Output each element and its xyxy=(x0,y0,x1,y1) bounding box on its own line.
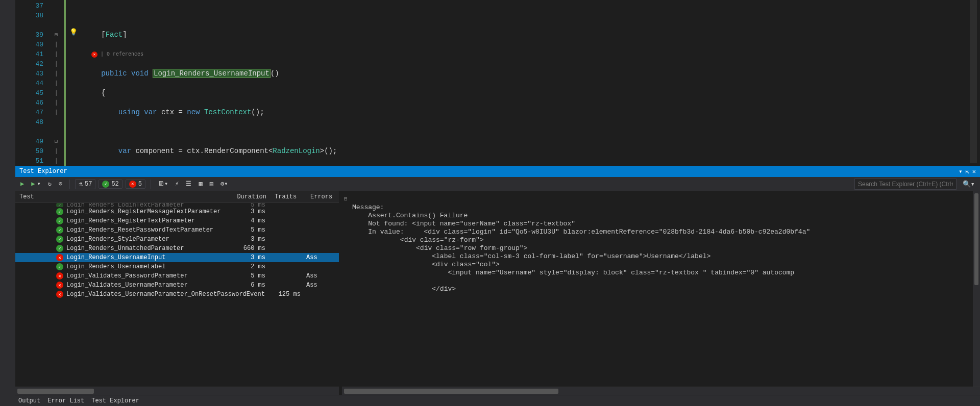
test-list-pane: Test Duration Traits Errors ✓Login_Rende… xyxy=(15,191,342,395)
test-duration: 125 ms xyxy=(265,291,306,298)
method-name-highlight: Login_Renders_UsernameInput xyxy=(153,69,271,78)
horizontal-scrollbar-left[interactable] xyxy=(15,387,339,395)
flash-icon[interactable]: ⚡ xyxy=(173,179,181,189)
test-duration: 3 ms xyxy=(230,236,271,243)
test-duration: 3 ms xyxy=(230,254,271,261)
fail-icon: ✕ xyxy=(56,272,63,280)
test-name: Login_Renders_UsernameInput xyxy=(66,254,165,261)
fail-icon: ✕ xyxy=(56,282,63,289)
fail-icon: ✕ xyxy=(56,254,63,261)
columns-button[interactable]: ▦ xyxy=(197,179,204,189)
test-name: Login_Renders_ResetPasswordTextParameter xyxy=(66,226,213,234)
test-row[interactable]: ✓Login_Renders_RegisterMessageTextParame… xyxy=(15,207,339,216)
test-explorer-panel: Test Explorer ▾ ⇱ ✕ ▶ ▶▾ ↻ ⊘ ⚗57 ✓52 ✕5 … xyxy=(15,166,980,395)
cancel-run-button[interactable]: ⊘ xyxy=(57,179,64,189)
search-input[interactable] xyxy=(854,179,957,190)
test-row[interactable]: ✓Login_Renders_UsernameLabel2 ms xyxy=(15,262,339,271)
show-output-button[interactable]: ▤ xyxy=(208,179,215,189)
pass-icon: ✓ xyxy=(56,236,63,243)
left-margin xyxy=(0,0,15,406)
repeat-button[interactable]: ↻ xyxy=(46,179,54,189)
dropdown-icon[interactable]: ▾ xyxy=(959,168,962,175)
failed-tests-pill[interactable]: ✕5 xyxy=(126,180,145,189)
code-editor[interactable]: 37 38 39 40 41 42 43 44 45 46 47 48 49 5… xyxy=(20,0,980,166)
grid-body[interactable]: ✓Login_Renders_LoginTextParameter5 ms✓Lo… xyxy=(15,203,339,387)
test-error: Ass xyxy=(306,272,332,280)
pass-icon: ✓ xyxy=(56,203,63,207)
pass-icon: ✓ xyxy=(56,217,63,224)
search-box[interactable]: 🔍▾ xyxy=(854,179,977,190)
test-name: Login_Validates_UsernameParameter_OnRese… xyxy=(66,291,265,298)
col-error[interactable]: Errors xyxy=(306,191,336,202)
run-button[interactable]: ▶▾ xyxy=(29,179,42,189)
pass-icon: ✓ xyxy=(56,226,63,234)
code-content[interactable]: [Fact] ✕ | 0 references public void Logi… xyxy=(67,0,980,166)
test-name: Login_Renders_LoginTextParameter xyxy=(66,203,184,207)
line-gutter: 37 38 39 40 41 42 43 44 45 46 47 48 49 5… xyxy=(20,0,48,166)
test-row[interactable]: ✓Login_Renders_ResetPasswordTextParamete… xyxy=(15,225,339,235)
passed-tests-pill[interactable]: ✓52 xyxy=(99,180,122,189)
test-toolbar: ▶ ▶▾ ↻ ⊘ ⚗57 ✓52 ✕5 🖹▾ ⚡ ☰ ▦ ▤ ⚙▾ 🔍▾ xyxy=(15,177,980,191)
test-duration: 2 ms xyxy=(230,263,271,270)
test-name: Login_Renders_UnmatchedParameter xyxy=(66,245,184,252)
playlist-button[interactable]: 🖹▾ xyxy=(156,179,170,189)
minimap-scroll[interactable] xyxy=(970,0,977,163)
test-duration: 4 ms xyxy=(230,217,271,224)
detail-text[interactable]: Message: Assert.Contains() Failure Not f… xyxy=(342,191,980,387)
test-duration: 6 ms xyxy=(230,282,271,289)
col-duration[interactable]: Duration xyxy=(230,191,271,202)
tab-test-explorer[interactable]: Test Explorer xyxy=(91,397,139,404)
tab-error-list[interactable]: Error List xyxy=(47,397,84,404)
test-error: Ass xyxy=(306,254,332,261)
test-fail-icon: ✕ xyxy=(91,52,97,58)
close-icon[interactable]: ✕ xyxy=(972,168,976,175)
test-row[interactable]: ✓Login_Renders_RegisterTextParameter4 ms xyxy=(15,216,339,225)
total-tests-pill[interactable]: ⚗57 xyxy=(75,179,95,189)
col-traits[interactable]: Traits xyxy=(271,191,306,202)
test-row[interactable]: ✕Login_Validates_UsernameParameter6 msAs… xyxy=(15,281,339,290)
test-row[interactable]: ✓Login_Renders_LoginTextParameter5 ms xyxy=(15,203,339,207)
settings-button[interactable]: ⚙▾ xyxy=(218,179,230,189)
test-error: Ass xyxy=(306,282,332,289)
change-indicator xyxy=(64,0,66,166)
test-duration: 5 ms xyxy=(230,203,271,207)
test-name: Login_Renders_RegisterMessageTextParamet… xyxy=(66,208,220,215)
pin-icon[interactable]: ⇱ xyxy=(966,168,969,175)
pass-icon: ✓ xyxy=(56,208,63,215)
group-by-button[interactable]: ☰ xyxy=(184,179,193,189)
collapse-icon[interactable]: ⊟ xyxy=(344,195,348,202)
bottom-tabs: Output Error List Test Explorer xyxy=(15,395,980,406)
test-row[interactable]: ✓Login_Renders_UnmatchedParameter660 ms xyxy=(15,244,339,253)
search-icon[interactable]: 🔍▾ xyxy=(963,181,975,188)
test-name: Login_Renders_RegisterTextParameter xyxy=(66,217,195,224)
tab-output[interactable]: Output xyxy=(18,397,40,404)
test-duration: 5 ms xyxy=(230,226,271,234)
pass-icon: ✓ xyxy=(56,245,63,252)
pass-icon: ✓ xyxy=(56,263,63,270)
fail-icon: ✕ xyxy=(56,291,63,298)
test-detail-pane: ⊟ Message: Assert.Contains() Failure Not… xyxy=(342,191,980,395)
test-row[interactable]: ✕Login_Validates_PasswordParameter5 msAs… xyxy=(15,271,339,281)
test-duration: 5 ms xyxy=(230,272,271,280)
test-name: Login_Validates_UsernameParameter xyxy=(66,282,188,289)
test-row[interactable]: ✕Login_Renders_UsernameInput3 msAss xyxy=(15,253,339,262)
test-name: Login_Validates_PasswordParameter xyxy=(66,272,188,280)
panel-titlebar[interactable]: Test Explorer ▾ ⇱ ✕ xyxy=(15,166,980,177)
test-row[interactable]: ✕Login_Validates_UsernameParameter_OnRes… xyxy=(15,290,339,299)
test-name: Login_Renders_StyleParameter xyxy=(66,236,169,243)
test-row[interactable]: ✓Login_Renders_StyleParameter3 ms xyxy=(15,235,339,244)
test-duration: 660 ms xyxy=(230,245,271,252)
vertical-scrollbar-right[interactable] xyxy=(973,191,980,387)
col-test[interactable]: Test xyxy=(15,191,230,202)
grid-header[interactable]: Test Duration Traits Errors xyxy=(15,191,339,203)
panel-title-text: Test Explorer xyxy=(19,168,67,175)
run-all-button[interactable]: ▶ xyxy=(18,179,26,189)
test-duration: 3 ms xyxy=(230,208,271,215)
fold-column[interactable]: ⊟││││││││⊟││ xyxy=(48,0,64,166)
test-name: Login_Renders_UsernameLabel xyxy=(66,263,165,270)
horizontal-scrollbar-right[interactable] xyxy=(342,387,980,395)
